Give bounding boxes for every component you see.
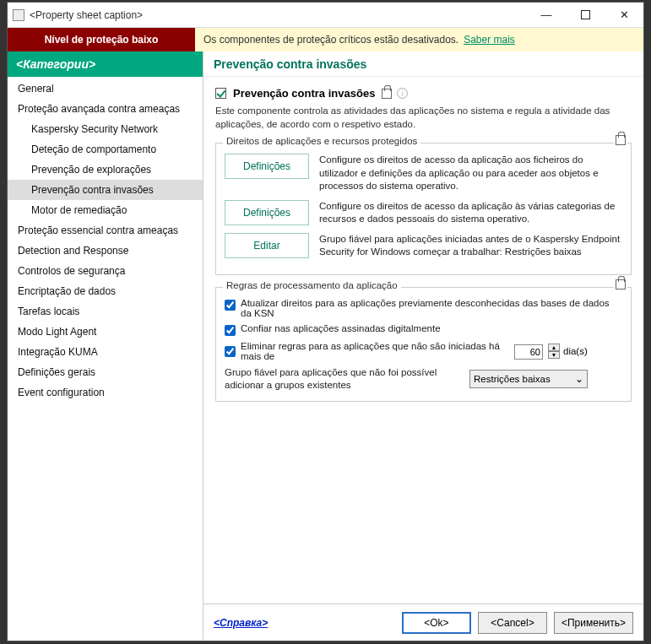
combo-value: Restrições baixas xyxy=(474,374,551,384)
sidebar-item-3[interactable]: Deteção de comportamento xyxy=(8,139,203,160)
sidebar-item-6[interactable]: Motor de remediação xyxy=(8,200,203,220)
sidebar-item-11[interactable]: Tarefas locais xyxy=(8,301,203,322)
chk-update-rights-label: Atualizar direitos para as aplicações pr… xyxy=(241,298,622,318)
nav-list: GeneralProteção avançada contra ameaçasK… xyxy=(8,77,203,641)
apply-button[interactable]: <Применить> xyxy=(554,612,633,634)
group1-text-0: Configure os direitos de acesso da aplic… xyxy=(319,154,622,193)
chevron-down-icon: ⌄ xyxy=(575,373,583,385)
group1-text-1: Configure os direitos de acesso da aplic… xyxy=(319,200,622,226)
group-processing-rules: Regras de processamento da aplicação Atu… xyxy=(215,287,632,402)
sidebar-item-2[interactable]: Kaspersky Security Network xyxy=(8,119,203,139)
sidebar-item-12[interactable]: Modo Light Agent xyxy=(8,322,203,342)
spin-up[interactable]: ▲ xyxy=(548,344,560,351)
app-icon xyxy=(13,9,24,21)
sidebar-item-13[interactable]: Integração KUMA xyxy=(8,342,203,362)
chk-delete-rules-label: Eliminar regras para as aplicações que n… xyxy=(241,341,511,361)
sidebar-header: <Категории> xyxy=(8,51,203,77)
trust-group-label: Grupo fiável para aplicações que não foi… xyxy=(225,366,469,392)
trust-group-row: Grupo fiável para aplicações que não foi… xyxy=(225,366,622,392)
protection-level-badge: Nível de proteção baixo xyxy=(8,28,195,51)
sidebar-item-5[interactable]: Prevenção contra invasões xyxy=(8,180,203,200)
property-sheet-window: <Property sheet caption> Nível de proteç… xyxy=(7,2,644,641)
warning-bar: Nível de proteção baixo Os componentes d… xyxy=(8,28,643,51)
group1-button-0[interactable]: Definições xyxy=(225,154,309,179)
titlebar: <Property sheet caption> xyxy=(8,3,643,28)
enable-label: Prevenção contra invasões xyxy=(233,87,375,100)
group1-button-1[interactable]: Definições xyxy=(225,200,309,225)
group2-legend: Regras de processamento da aplicação xyxy=(223,280,401,290)
minimize-button[interactable] xyxy=(527,3,566,28)
sidebar-item-0[interactable]: General xyxy=(8,78,203,99)
cancel-button[interactable]: <Cancel> xyxy=(478,612,547,634)
warning-text-area: Os componentes de proteção críticos estã… xyxy=(195,28,643,51)
group1-row-2: EditarGrupo fiável para aplicações inici… xyxy=(225,233,622,259)
sidebar: <Категории> GeneralProteção avançada con… xyxy=(8,51,203,641)
sidebar-item-7[interactable]: Proteção essencial contra ameaças xyxy=(8,220,203,241)
lock-icon[interactable] xyxy=(382,89,392,99)
sidebar-item-4[interactable]: Prevenção de explorações xyxy=(8,160,203,180)
enable-checkbox[interactable] xyxy=(215,88,226,99)
footer: <Справка> <Ok> <Cancel> <Применить> xyxy=(203,603,643,641)
main-panel: Prevenção contra invasões Prevenção cont… xyxy=(203,51,643,641)
group1-text-2: Grupo fiável para aplicações iniciadas a… xyxy=(319,233,622,259)
chk-trust-signed: Confiar nas aplicações assinadas digital… xyxy=(225,323,622,336)
info-icon[interactable]: i xyxy=(397,88,408,99)
sidebar-item-8[interactable]: Detection and Response xyxy=(8,241,203,261)
chk-trust-signed-label: Confiar nas aplicações assinadas digital… xyxy=(241,323,622,333)
trust-group-combo[interactable]: Restrições baixas ⌄ xyxy=(469,370,588,388)
group1-legend: Direitos de aplicações e recursos proteg… xyxy=(223,136,420,146)
chk-trust-signed-box[interactable] xyxy=(225,325,236,336)
learn-more-link[interactable]: Saber mais xyxy=(464,34,515,46)
group2-lock[interactable] xyxy=(614,279,627,292)
chk-update-rights: Atualizar direitos para as aplicações pr… xyxy=(225,298,622,318)
help-link[interactable]: <Справка> xyxy=(214,617,268,629)
group-app-rights: Direitos de aplicações e recursos proteg… xyxy=(215,143,632,275)
main-header: Prevenção contra invasões xyxy=(203,51,643,77)
group1-row-0: DefiniçõesConfigure os direitos de acess… xyxy=(225,154,622,193)
group1-button-2[interactable]: Editar xyxy=(225,233,309,258)
sidebar-item-1[interactable]: Proteção avançada contra ameaças xyxy=(8,99,203,119)
chk-delete-rules: Eliminar regras para as aplicações que n… xyxy=(225,341,622,361)
days-unit: dia(s) xyxy=(563,346,588,356)
spin-down[interactable]: ▼ xyxy=(548,351,560,359)
group1-row-1: DefiniçõesConfigure os direitos de acess… xyxy=(225,200,622,226)
chk-update-rights-box[interactable] xyxy=(225,300,236,311)
warning-text: Os componentes de proteção críticos estã… xyxy=(203,34,458,46)
sidebar-item-10[interactable]: Encriptação de dados xyxy=(8,281,203,301)
window-title: <Property sheet caption> xyxy=(30,9,527,21)
days-input: ▲ ▼ xyxy=(514,343,560,360)
maximize-button[interactable] xyxy=(566,3,605,28)
group1-lock[interactable] xyxy=(614,135,627,148)
chk-delete-rules-box[interactable] xyxy=(225,346,236,357)
ok-button[interactable]: <Ok> xyxy=(402,612,471,634)
enable-row: Prevenção contra invasões i xyxy=(215,87,632,100)
close-button[interactable] xyxy=(605,3,643,28)
sidebar-item-9[interactable]: Controlos de segurança xyxy=(8,261,203,281)
days-field[interactable] xyxy=(514,344,543,360)
sidebar-item-15[interactable]: Event configuration xyxy=(8,382,203,403)
component-description: Este componente controla as atividades d… xyxy=(215,105,632,131)
sidebar-item-14[interactable]: Definições gerais xyxy=(8,362,203,382)
